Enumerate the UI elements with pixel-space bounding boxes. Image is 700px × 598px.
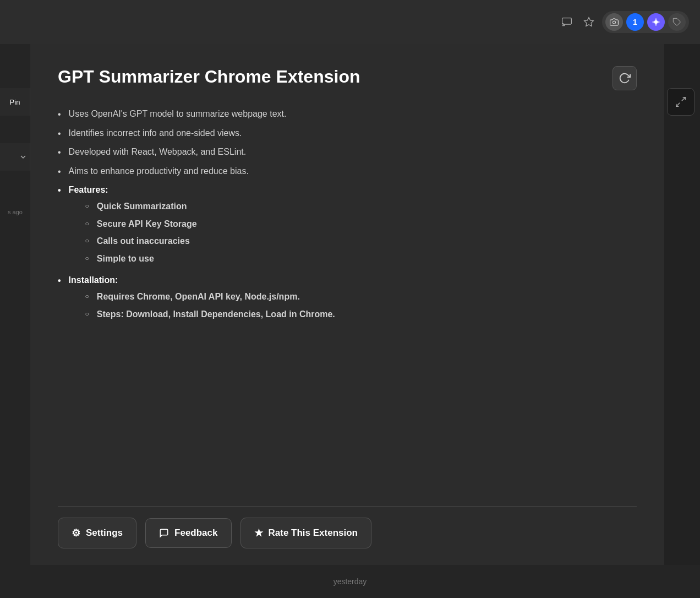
refresh-button[interactable]: [612, 66, 637, 90]
feedback-label: Feedback: [174, 528, 217, 539]
star-icon: ★: [254, 527, 263, 539]
svg-line-10: [676, 103, 680, 106]
svg-point-3: [654, 20, 658, 24]
features-sub-list: Quick Summarization Secure API Key Stora…: [85, 199, 637, 265]
sidebar-edge: Pin s ago: [0, 44, 30, 598]
list-item: Aims to enhance productivity and reduce …: [58, 164, 637, 179]
page-title: GPT Summarizer Chrome Extension: [58, 66, 601, 87]
bookmark-icon[interactable]: [580, 13, 598, 31]
perplexity-ext-icon[interactable]: [647, 13, 665, 31]
svg-rect-0: [562, 18, 572, 25]
chrome-toolbar: 1: [0, 0, 700, 44]
rate-label: Rate This Extension: [269, 528, 358, 539]
sub-list-item: Calls out inaccuracies: [85, 234, 637, 248]
installation-sub-list: Requires Chrome, OpenAI API key, Node.js…: [85, 290, 637, 321]
sub-list-item: Simple to use: [85, 252, 637, 266]
popup-content: Uses OpenAI's GPT model to summarize web…: [58, 107, 637, 495]
settings-button[interactable]: ⚙ Settings: [58, 518, 136, 548]
sidebar-ago: s ago: [0, 204, 30, 220]
feature-list: Uses OpenAI's GPT model to summarize web…: [58, 107, 637, 324]
right-edge: [664, 44, 700, 598]
1password-ext-icon[interactable]: 1: [626, 13, 644, 31]
svg-point-2: [612, 21, 615, 24]
feedback-button[interactable]: Feedback: [145, 518, 231, 548]
bottom-bar: yesterday: [0, 565, 700, 598]
popup-footer: ⚙ Settings Feedback ★ Rate This Extensio…: [58, 518, 637, 548]
svg-marker-1: [584, 18, 594, 26]
popup-header: GPT Summarizer Chrome Extension: [58, 66, 637, 90]
settings-label: Settings: [86, 528, 123, 539]
sidebar-pin-label: Pin: [0, 88, 30, 116]
sub-list-item: Requires Chrome, OpenAI API key, Node.js…: [85, 290, 637, 304]
list-item-features: Features: Quick Summarization Secure API…: [58, 183, 637, 269]
sub-list-item: Secure API Key Storage: [85, 217, 637, 231]
extensions-pill: 1: [602, 11, 689, 33]
gear-icon: ⚙: [72, 527, 80, 539]
popup-panel: GPT Summarizer Chrome Extension Uses Ope…: [30, 44, 664, 565]
puzzle-ext-icon[interactable]: [668, 13, 686, 31]
list-item: Uses OpenAI's GPT model to summarize web…: [58, 107, 637, 122]
right-panel-button[interactable]: [667, 88, 694, 116]
sub-list-item: Quick Summarization: [85, 199, 637, 214]
rate-extension-button[interactable]: ★ Rate This Extension: [240, 518, 371, 548]
list-item-installation: Installation: Requires Chrome, OpenAI AP…: [58, 273, 637, 324]
list-item: Developed with React, Webpack, and ESLin…: [58, 145, 637, 160]
list-item: Identifies incorrect info and one-sided …: [58, 126, 637, 141]
camera-ext-icon[interactable]: [605, 13, 623, 31]
yesterday-label: yesterday: [333, 577, 367, 586]
divider: [58, 506, 637, 507]
svg-line-9: [682, 97, 685, 101]
sidebar-dropdown[interactable]: [0, 143, 30, 171]
cast-icon[interactable]: [558, 13, 576, 31]
chat-icon: [159, 528, 169, 538]
sub-list-item: Steps: Download, Install Dependencies, L…: [85, 307, 637, 322]
